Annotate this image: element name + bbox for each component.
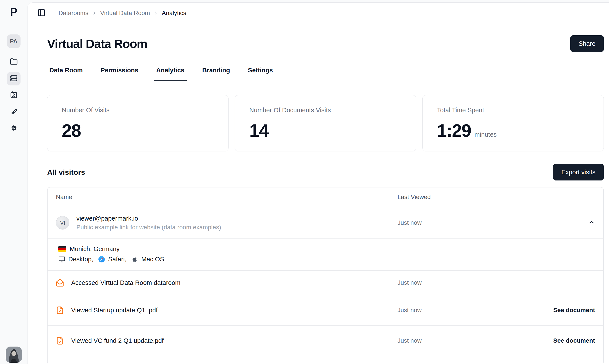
chevron-up-icon	[588, 219, 595, 227]
share-button[interactable]: Share	[570, 35, 604, 52]
sidebar-nav	[7, 55, 21, 135]
apple-icon	[131, 256, 138, 263]
tab-data-room[interactable]: Data Room	[47, 63, 85, 81]
sidebar-item-datarooms[interactable]	[7, 72, 21, 85]
folder-icon	[10, 58, 18, 66]
page-title: Virtual Data Room	[47, 37, 147, 51]
monitor-icon	[58, 256, 66, 263]
file-check-icon	[56, 337, 64, 345]
visitor-link-description: Public example link for website (data ro…	[76, 224, 221, 231]
visitor-device: Desktop,	[68, 256, 93, 263]
table-header-row: Name Last Viewed	[48, 187, 603, 207]
workspace-avatar[interactable]: PA	[7, 34, 21, 48]
breadcrumb-analytics: Analytics	[162, 10, 186, 17]
stat-label: Number Of Visits	[62, 107, 214, 114]
papermark-logo: P	[10, 6, 17, 18]
tab-permissions[interactable]: Permissions	[98, 63, 140, 81]
visitor-location: Munich, Germany	[70, 246, 120, 253]
column-header-name: Name	[56, 194, 398, 201]
tab-settings[interactable]: Settings	[246, 63, 275, 81]
stat-value: 28	[62, 120, 81, 141]
event-text: Viewed Startup update Q1 .pdf	[71, 307, 158, 314]
stat-card-visits: Number Of Visits 28	[47, 95, 229, 151]
event-time: Just now	[398, 279, 520, 286]
sidebar-item-documents[interactable]	[7, 55, 21, 69]
stat-label: Total Time Spent	[437, 107, 589, 114]
breadcrumb-datarooms[interactable]: Datarooms	[58, 10, 88, 17]
topbar-divider	[52, 9, 52, 17]
stat-value: 14	[249, 120, 268, 141]
sidebar-item-settings[interactable]	[7, 122, 21, 135]
user-avatar[interactable]	[6, 347, 22, 363]
stat-value: 1:29	[437, 120, 471, 141]
chevron-right-icon	[153, 11, 158, 15]
event-row-viewed-2: Viewed VC fund 2 Q1 update.pdf Just now …	[48, 325, 603, 356]
breadcrumb-virtual-data-room[interactable]: Virtual Data Room	[100, 10, 150, 17]
sidebar: P PA	[0, 0, 27, 364]
export-visits-button[interactable]: Export visits	[553, 164, 604, 181]
event-row-accessed: Accessed Virtual Data Room dataroom Just…	[48, 270, 603, 295]
tab-bar: Data Room Permissions Analytics Branding…	[47, 63, 604, 81]
visitor-email: viewer@papermark.io	[76, 215, 221, 222]
visitors-table: Name Last Viewed VI viewer@papermark.io …	[47, 187, 604, 364]
stat-card-document-visits: Number Of Documents Visits 14	[235, 95, 416, 151]
stats-row: Number Of Visits 28 Number Of Documents …	[47, 95, 604, 151]
event-time: Just now	[398, 307, 520, 314]
see-document-link[interactable]: See document	[520, 307, 595, 314]
visitor-last-viewed: Just now	[398, 219, 520, 226]
sidebar-item-contacts[interactable]	[7, 89, 21, 102]
column-header-last-viewed: Last Viewed	[398, 194, 520, 201]
sidebar-toggle-button[interactable]	[37, 9, 46, 17]
stat-card-time-spent: Total Time Spent 1:29 minutes	[422, 95, 604, 151]
tab-branding[interactable]: Branding	[200, 63, 232, 81]
collapse-row-button[interactable]	[588, 219, 595, 227]
table-row	[48, 356, 603, 364]
paintbrush-icon	[10, 107, 18, 116]
sidebar-item-branding[interactable]	[7, 105, 21, 118]
topbar: Datarooms Virtual Data Room Analytics	[28, 3, 609, 24]
event-text: Viewed VC fund 2 Q1 update.pdf	[71, 337, 164, 344]
visitor-details: Munich, Germany Desktop,	[48, 238, 603, 270]
contact-card-icon	[10, 91, 18, 100]
visitor-browser: Safari,	[108, 256, 126, 263]
stat-label: Number Of Documents Visits	[249, 107, 401, 114]
see-document-link[interactable]: See document	[520, 337, 595, 344]
visitor-avatar: VI	[56, 216, 69, 230]
breadcrumb: Datarooms Virtual Data Room Analytics	[58, 10, 186, 17]
settings-gear-icon	[10, 124, 18, 133]
event-row-viewed-1: Viewed Startup update Q1 .pdf Just now S…	[48, 295, 603, 325]
event-text: Accessed Virtual Data Room dataroom	[71, 279, 180, 286]
tab-analytics[interactable]: Analytics	[154, 63, 187, 81]
visitor-os: Mac OS	[141, 256, 164, 263]
server-icon	[10, 74, 18, 83]
stat-suffix: minutes	[474, 131, 497, 138]
panel-left-icon	[37, 9, 46, 18]
main-panel: Datarooms Virtual Data Room Analytics Vi…	[27, 2, 609, 364]
file-check-icon	[56, 306, 64, 314]
visitor-row[interactable]: VI viewer@papermark.io Public example li…	[48, 207, 603, 238]
chevron-right-icon	[92, 11, 97, 15]
all-visitors-heading: All visitors	[47, 168, 85, 177]
safari-icon	[98, 256, 105, 263]
event-time: Just now	[398, 337, 520, 344]
mail-open-icon	[56, 279, 64, 287]
germany-flag-icon	[58, 246, 66, 252]
